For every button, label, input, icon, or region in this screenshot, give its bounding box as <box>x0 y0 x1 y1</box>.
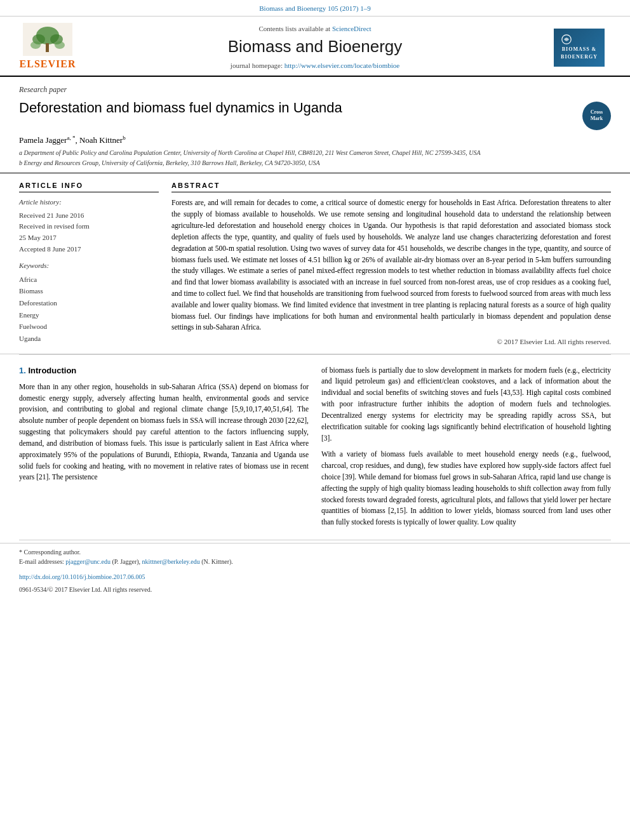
revised-date: 25 May 2017 <box>19 232 159 244</box>
intro-paragraph-2: of biomass fuels is partially due to slo… <box>321 365 611 444</box>
keyword-uganda: Uganda <box>19 333 159 345</box>
logo-bioenergy-text: BIOENERGY <box>561 53 598 60</box>
journal-homepage-line: journal homepage: http://www.elsevier.co… <box>95 61 535 70</box>
journal-reference: Biomass and Bioenergy 105 (2017) 1–9 <box>0 0 630 17</box>
section-title-text: Introduction <box>28 366 76 375</box>
article-info-heading: ARTICLE INFO <box>19 181 159 192</box>
right-column: of biomass fuels is partially due to slo… <box>321 365 611 533</box>
corresponding-author-line: * Corresponding author. <box>19 547 611 557</box>
footnote-divider <box>19 540 611 540</box>
crossmark-badge[interactable]: CrossMark <box>582 102 611 130</box>
svg-point-5 <box>30 41 41 49</box>
biomass-bioenergy-logo: BIOMASS & BIOENERGY <box>554 29 605 67</box>
article-type-label: Research paper <box>19 84 611 95</box>
author-a-name: Pamela Jagger <box>19 135 67 145</box>
email-pjagger[interactable]: pjagger@unc.edu <box>65 558 111 565</box>
article-title: Deforestation and biomass fuel dynamics … <box>19 99 582 117</box>
abstract-copyright: © 2017 Elsevier Ltd. All rights reserved… <box>171 337 611 347</box>
keyword-biomass: Biomass <box>19 285 159 297</box>
homepage-url-link[interactable]: http://www.elsevier.com/locate/biombioe <box>285 62 399 69</box>
keyword-list: Africa Biomass Deforestation Energy Fuel… <box>19 274 159 345</box>
logo-biomass-text: BIOMASS & <box>562 46 597 53</box>
email-label: E-mail addresses: <box>19 558 64 565</box>
received-date: Received 21 June 2016 <box>19 210 159 222</box>
affiliation-a: a Department of Public Policy and Caroli… <box>19 149 611 157</box>
affiliations: a Department of Public Policy and Caroli… <box>19 149 611 168</box>
sciencedirect-link[interactable]: ScienceDirect <box>332 25 372 32</box>
email-nkittner-name: (N. Kittner). <box>201 558 233 565</box>
authors-line: Pamela Jaggera, *, Noah Kittnerb <box>19 134 611 147</box>
issn-copyright-line: 0961-9534/© 2017 Elsevier Ltd. All right… <box>0 584 630 599</box>
main-content: 1. Introduction More than in any other r… <box>0 355 630 540</box>
elsevier-brand-label: ELSEVIER <box>20 57 76 71</box>
doi-link[interactable]: http://dx.doi.org/10.1016/j.biombioe.201… <box>19 573 145 580</box>
author-b-name: Noah Kittner <box>79 135 123 145</box>
elsevier-logo: ELSEVIER <box>13 23 83 71</box>
accepted-date: Accepted 8 June 2017 <box>19 244 159 255</box>
contents-available-text: Contents lists available at <box>258 25 330 32</box>
keyword-deforestation: Deforestation <box>19 297 159 309</box>
left-column: 1. Introduction More than in any other r… <box>19 365 309 533</box>
abstract-heading: ABSTRACT <box>171 181 611 192</box>
elsevier-tree-image <box>23 23 72 56</box>
section-number: 1. <box>19 366 26 375</box>
article-history-items: Received 21 June 2016 Received in revise… <box>19 210 159 255</box>
doi-line: http://dx.doi.org/10.1016/j.biombioe.201… <box>0 570 630 584</box>
author-b-sup: b <box>123 135 126 141</box>
received-revised-label: Received in revised form <box>19 221 159 232</box>
article-info-abstract-section: ARTICLE INFO Article history: Received 2… <box>0 173 630 354</box>
journal-center-info: Contents lists available at ScienceDirec… <box>83 24 547 70</box>
affiliation-b: b Energy and Resources Group, University… <box>19 159 611 168</box>
author-a-sup: a, * <box>67 135 75 141</box>
sciencedirect-line: Contents lists available at ScienceDirec… <box>95 24 535 34</box>
introduction-heading: 1. Introduction <box>19 365 309 377</box>
email-pjagger-name: (P. Jagger), <box>112 558 142 565</box>
journal-logo-right: BIOMASS & BIOENERGY <box>547 29 611 67</box>
abstract-text: Forests are, and will remain for decades… <box>171 197 611 333</box>
email-nkittner[interactable]: nkittner@berkeley.edu <box>142 558 200 565</box>
article-history-label: Article history: <box>19 197 159 207</box>
homepage-label: journal homepage: <box>231 62 283 69</box>
intro-paragraph-1: More than in any other region, household… <box>19 382 309 483</box>
abstract-section: ABSTRACT Forests are, and will remain fo… <box>171 181 611 347</box>
email-line: E-mail addresses: pjagger@unc.edu (P. Ja… <box>19 557 611 566</box>
svg-point-6 <box>55 41 65 49</box>
footnote-section: * Corresponding author. E-mail addresses… <box>0 543 630 570</box>
keyword-fuelwood: Fuelwood <box>19 321 159 333</box>
journal-ref-link[interactable]: Biomass and Bioenergy 105 (2017) 1–9 <box>259 4 370 12</box>
corresponding-label: * Corresponding author. <box>19 549 81 556</box>
keyword-africa: Africa <box>19 274 159 286</box>
journal-title: Biomass and Bioenergy <box>95 35 535 58</box>
intro-paragraph-3: With a variety of biomass fuels availabl… <box>321 449 611 528</box>
keyword-energy: Energy <box>19 309 159 321</box>
keywords-label: Keywords: <box>19 261 159 270</box>
article-header: Research paper Deforestation and biomass… <box>0 77 630 173</box>
article-info-panel: ARTICLE INFO Article history: Received 2… <box>19 181 159 347</box>
article-title-row: Deforestation and biomass fuel dynamics … <box>19 99 611 130</box>
journal-header: ELSEVIER Contents lists available at Sci… <box>0 17 630 76</box>
svg-rect-4 <box>46 43 49 52</box>
